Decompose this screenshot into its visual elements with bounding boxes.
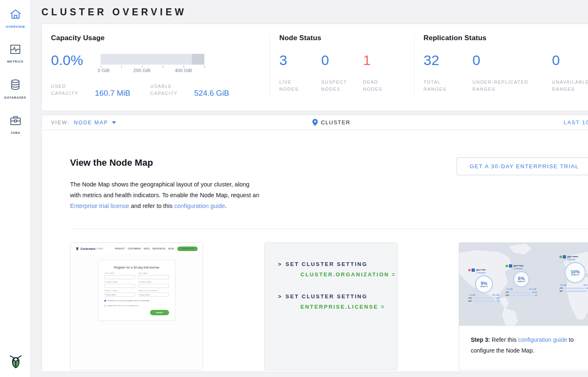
capacity-usage-title: Capacity Usage [51, 34, 261, 42]
nav-resources: RESOURCES [152, 248, 165, 250]
capacity-tick-label: 400 GiB [175, 68, 192, 73]
enterprise-trial-license-link[interactable]: Enterprise trial license [70, 203, 129, 209]
section-divider [70, 229, 588, 229]
step1-screenshot: Cockroach LABS PRODUCT CUSTOMERS DOCS RE… [70, 243, 203, 370]
step3-node-map-preview: geo=sfo 2 Nodes 9% CAPACITY 3.2 GiB 351 … [459, 243, 588, 326]
logo-text: Cockroach [80, 247, 95, 250]
license-agree-checkbox [104, 305, 106, 307]
node-status-title: Node Status [279, 34, 405, 42]
suspect-nodes-stat: 0 SUSPECT NODES [321, 53, 357, 93]
company-name-label: COMPANY NAME [104, 281, 135, 283]
cpu-value: 42.5% [532, 291, 537, 293]
last-name-field [138, 275, 169, 279]
sidebar-item-jobs[interactable]: JOBS [0, 113, 31, 137]
database-icon [10, 79, 20, 92]
capacity-used: 3.2 GiB [469, 294, 475, 296]
locality-node-count: 2 Nodes [513, 267, 524, 270]
sql-command: SET CLUSTER SETTING [286, 293, 368, 300]
chevron-down-icon [112, 121, 116, 124]
capacity-bar: 0 GiB 200 GiB 400 GiB [101, 53, 204, 74]
step3-caption: Step 3: Refer this configuration guide t… [459, 326, 588, 370]
sidebar-item-metrics[interactable]: METRICS [0, 42, 31, 66]
unavailable-ranges-stat: 0 UNAVAILABLE RANGES [552, 53, 588, 93]
sql-prompt: > [278, 293, 282, 300]
node-map-description: The Node Map shows the geographical layo… [70, 179, 261, 211]
sidebar-item-overview[interactable]: OVERVIEW [0, 7, 31, 31]
cpu-label: CPU [559, 287, 564, 289]
suspect-nodes-label: SUSPECT NODES [321, 79, 350, 93]
metrics-icon [10, 44, 21, 56]
capacity-total: 364 GiB [583, 284, 588, 286]
suspect-nodes-value: 0 [321, 53, 357, 67]
download-button: DOWNLOAD [177, 247, 198, 251]
dead-nodes-value: 1 [363, 53, 399, 67]
reason-label: REASON FOR INTEREST [138, 290, 169, 292]
sidebar-item-databases[interactable]: DATABASES [0, 77, 31, 102]
node-status-section: Node Status 3 LIVE NODES 0 SUSPECT NODES… [270, 34, 414, 98]
capacity-percent-value: 0.0% [51, 53, 83, 67]
mini-site-nav: PRODUCT CUSTOMERS DOCS RESOURCES BLOG DO… [112, 247, 198, 251]
total-ranges-value: 32 [423, 53, 467, 67]
cluster-label: CLUSTER [321, 119, 350, 126]
enterprise-trial-button[interactable]: GET A 30-DAY ENTERPRISE TRIAL [457, 157, 588, 175]
cockroachdb-logo [0, 353, 31, 370]
capacity-percent: 10% [571, 270, 580, 274]
description-text: The Node Map shows the geographical layo… [70, 181, 259, 198]
qps-value: 4.7 [497, 300, 500, 302]
first-name-field [104, 275, 135, 279]
locality-bubble-sfo: geo=sfo 2 Nodes 9% CAPACITY 3.2 GiB 351 … [468, 268, 500, 302]
locality-name: geo=nyc [513, 264, 524, 267]
nav-blog: BLOG [168, 248, 174, 250]
configuration-guide-link[interactable]: configuration guide [174, 203, 225, 209]
cpu-value: 58.3% [586, 287, 588, 289]
live-nodes-stat: 3 LIVE NODES [279, 53, 315, 93]
license-agree-label: I agree to the [107, 304, 118, 307]
node-status-dot-green [506, 265, 508, 267]
time-range-value: LAST 10 MIN [564, 120, 588, 126]
total-ranges-label: TOTAL RANGES [423, 79, 452, 93]
company-email-label: COMPANY EMAIL [138, 281, 169, 283]
sidebar-item-label: OVERVIEW [6, 25, 25, 29]
node-cube-icon [472, 268, 475, 272]
page-title: CLUSTER OVERVIEW [41, 0, 588, 24]
unavailable-ranges-value: 0 [552, 53, 588, 67]
last-name-label: LAST NAME [138, 273, 169, 274]
view-label: VIEW: [51, 120, 70, 126]
briefcase-icon [10, 115, 21, 127]
sidebar-item-label: METRICS [7, 60, 23, 63]
cpu-value: 11.0% [495, 297, 500, 299]
reason-select: Please Select [138, 292, 169, 297]
locality-bubble-ams: geo=ams 1 Node 10% CAPACITY 3.6 GiB 364 … [559, 255, 588, 292]
sql-argument: ENTERPRISE.LICENSE = [300, 304, 397, 310]
locality-node-count: 2 Nodes [476, 271, 486, 274]
qps-label: QPS [506, 294, 510, 296]
email-updates-label: I would like to receive email updates ab… [107, 300, 150, 302]
capacity-total: 43.7 GiB [529, 288, 536, 290]
locality-name: geo=sfo [476, 268, 486, 271]
description-text: . [225, 203, 227, 209]
company-email-field [138, 284, 169, 288]
view-mode-dropdown[interactable]: NODE MAP [74, 120, 116, 126]
capacity-tick-label: 200 GiB [133, 68, 151, 73]
capacity-tick-label: 0 GiB [98, 68, 110, 73]
step2-sql-snippet: >SET CLUSTER SETTING CLUSTER.ORGANIZATIO… [265, 243, 397, 370]
submit-button: SUBMIT [150, 310, 169, 315]
home-icon [10, 9, 21, 21]
description-text: and refer to this [129, 203, 174, 209]
first-name-label: FIRST NAME [104, 273, 135, 274]
project-phase-label: PROJECT PHASE [104, 290, 135, 292]
under-replicated-ranges-value: 0 [472, 53, 546, 67]
dead-nodes-label: DEAD NODES [363, 79, 392, 93]
replication-status-section: Replication Status 32 TOTAL RANGES 0 UND… [414, 34, 588, 98]
node-status-dot-red [468, 269, 471, 271]
capacity-used: 3.7 GiB [506, 288, 513, 290]
sql-prompt: > [278, 261, 282, 267]
locality-bubble-nyc: geo=nyc 2 Nodes 6% CAPACITY 3.7 GiB 43.7… [506, 264, 537, 296]
cluster-breadcrumb: CLUSTER [312, 119, 350, 126]
time-range-dropdown[interactable]: LAST 10 MIN [564, 120, 588, 126]
form-title: Register for a 30-day trial license [104, 266, 169, 269]
configuration-guide-link-2[interactable]: configuration guide [518, 336, 567, 343]
step3-label: Step 3: [471, 336, 490, 343]
sidebar-item-label: DATABASES [5, 96, 27, 99]
capacity-label: CAPACITY [571, 274, 579, 276]
